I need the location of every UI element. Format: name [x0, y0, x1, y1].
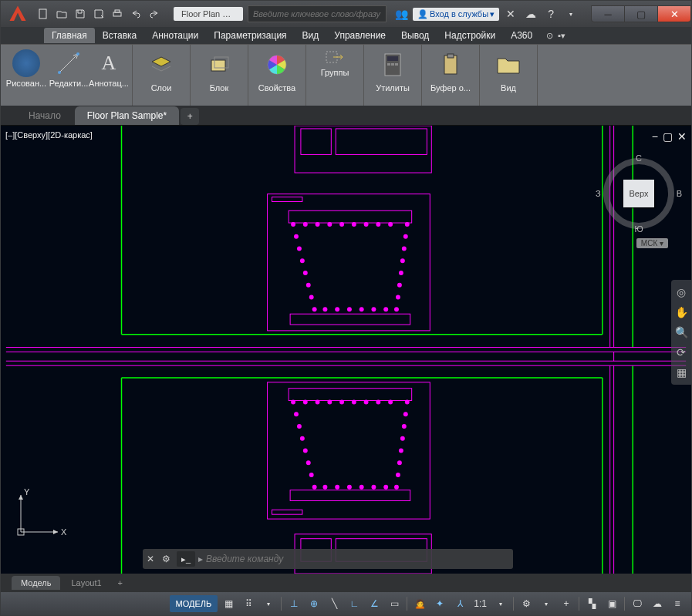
doc-title-dropdown[interactable]: Floor Plan S...▾ — [174, 7, 243, 21]
wheel-icon[interactable]: ◎ — [677, 286, 686, 298]
command-input[interactable] — [206, 554, 513, 564]
layers-button[interactable]: Слои — [139, 46, 184, 104]
print-icon[interactable] — [109, 5, 126, 22]
pan-icon[interactable]: ✋ — [675, 306, 688, 318]
file-tab-start[interactable]: Начало — [16, 106, 73, 125]
layout-tab-new[interactable]: + — [113, 576, 128, 590]
open-icon[interactable] — [53, 5, 70, 22]
otrack-icon[interactable]: ∠ — [365, 595, 383, 612]
expand-icon[interactable]: ▪▾ — [558, 31, 565, 41]
modify-button[interactable]: Редакти... — [49, 46, 89, 94]
help-dropdown-icon[interactable]: ▾ — [562, 5, 579, 22]
clipboard-button[interactable]: Буфер о... — [428, 46, 473, 104]
vp-maximize-icon[interactable]: ▢ — [663, 130, 673, 143]
tab-view[interactable]: Вид — [295, 28, 327, 43]
view-button[interactable]: Вид — [486, 46, 531, 104]
viewcube[interactable]: Верх С Ю З В — [600, 155, 677, 232]
monitor-icon[interactable]: + — [557, 595, 576, 612]
svg-point-68 — [360, 307, 364, 311]
ortho-icon[interactable]: ⊥ — [285, 595, 303, 612]
lineweight-icon[interactable]: ▭ — [385, 595, 403, 612]
help-icon[interactable]: ? — [542, 5, 559, 22]
keyword-search[interactable] — [248, 5, 387, 22]
save-icon[interactable] — [72, 5, 89, 22]
tab-insert[interactable]: Вставка — [95, 28, 145, 43]
layers-icon — [147, 51, 175, 79]
wcs-badge[interactable]: МСК ▾ — [636, 238, 668, 248]
tab-home[interactable]: Главная — [44, 28, 95, 43]
tab-manage[interactable]: Управление — [326, 28, 393, 43]
annoauto-icon[interactable]: ⅄ — [451, 595, 469, 612]
vp-minimize-icon[interactable]: − — [652, 130, 658, 143]
undo-icon[interactable] — [127, 5, 144, 22]
zoom-icon[interactable]: 🔍 — [675, 326, 688, 338]
file-tab-active[interactable]: Floor Plan Sample* — [75, 106, 179, 125]
focus-icon[interactable]: ⊙ — [546, 31, 553, 41]
cloud-icon[interactable]: ☁ — [648, 595, 667, 612]
snap-toggle-icon[interactable]: ⠿ — [239, 595, 258, 612]
polar-icon[interactable]: ⊕ — [305, 595, 323, 612]
groups-button[interactable]: Группы — [312, 46, 357, 104]
isodraft-icon[interactable]: ╲ — [325, 595, 343, 612]
layout-tab-layout1[interactable]: Layout1 — [62, 576, 110, 590]
ucs-icon[interactable]: X Y — [13, 486, 67, 543]
minimize-button[interactable]: ─ — [591, 5, 625, 22]
tab-annotate[interactable]: Аннотации — [144, 28, 206, 43]
cleanscreen-icon[interactable]: 🖵 — [628, 595, 646, 612]
scale-button[interactable]: 1:1 — [471, 595, 490, 612]
exchange-icon[interactable]: ✕ — [502, 5, 519, 22]
tab-parametric[interactable]: Параметризация — [206, 28, 294, 43]
annovisibility-icon[interactable]: ✦ — [430, 595, 449, 612]
close-button[interactable]: ✕ — [657, 5, 691, 22]
workspace-icon[interactable]: ⚙ — [517, 595, 535, 612]
cmdline-prompt-icon[interactable]: ▸_ — [177, 551, 195, 567]
dropdown-icon[interactable]: ▾ — [259, 595, 278, 612]
customize-icon[interactable]: ≡ — [668, 595, 687, 612]
drawing-canvas[interactable]: [–][Сверху][2D-каркас] − ▢ ✕ Верх С Ю З … — [1, 126, 691, 574]
maximize-button[interactable]: ▢ — [624, 5, 658, 22]
tab-addins[interactable]: Надстройки — [437, 28, 503, 43]
annotation-button[interactable]: A Аннотац... — [89, 46, 129, 94]
svg-rect-73 — [290, 490, 410, 501]
draw-button[interactable]: Рисован... — [4, 46, 49, 94]
viewcube-west[interactable]: З — [596, 189, 601, 198]
viewcube-north[interactable]: С — [636, 153, 642, 163]
cmdline-close-icon[interactable]: ✕ — [143, 554, 158, 564]
viewport-label[interactable]: [–][Сверху][2D-каркас] — [5, 130, 93, 140]
app-logo[interactable] — [4, 2, 32, 25]
svg-point-45 — [303, 271, 308, 275]
dropdown-icon[interactable]: ▾ — [491, 595, 510, 612]
utilities-button[interactable]: Утилиты — [370, 46, 415, 104]
viewcube-east[interactable]: В — [677, 189, 682, 198]
keyword-search-input[interactable] — [253, 9, 381, 19]
signin-button[interactable]: 👤Вход в службы▾ — [413, 8, 499, 21]
properties-button[interactable]: Свойства — [255, 46, 299, 104]
orbit-icon[interactable]: ⟳ — [677, 346, 686, 358]
svg-point-62 — [364, 222, 369, 227]
vp-close-icon[interactable]: ✕ — [677, 130, 687, 143]
hardware-icon[interactable]: ▣ — [603, 595, 621, 612]
osnap-icon[interactable]: ∟ — [345, 595, 363, 612]
a360-icon[interactable]: ☁ — [522, 5, 539, 22]
tab-output[interactable]: Вывод — [393, 28, 437, 43]
ribbon-tabs: Главная Вставка Аннотации Параметризация… — [1, 27, 691, 44]
saveas-icon[interactable] — [90, 5, 107, 22]
file-tab-new[interactable]: + — [181, 108, 199, 125]
dropdown-icon[interactable]: ▾ — [537, 595, 555, 612]
isolate-icon[interactable]: ▚ — [582, 595, 601, 612]
cmdline-options-icon[interactable]: ⚙ — [158, 554, 174, 564]
status-model-button[interactable]: МОДЕЛЬ — [170, 595, 218, 612]
showmotion-icon[interactable]: ▦ — [677, 366, 687, 379]
annoscale-icon[interactable]: 🙍 — [410, 595, 429, 612]
svg-point-90 — [394, 485, 399, 490]
redo-icon[interactable] — [146, 5, 163, 22]
viewcube-south[interactable]: Ю — [634, 224, 643, 234]
new-icon[interactable] — [35, 5, 52, 22]
separator — [281, 597, 282, 611]
tab-a360[interactable]: A360 — [503, 28, 540, 43]
layout-tab-model[interactable]: Модель — [12, 576, 60, 590]
grid-toggle-icon[interactable]: ▦ — [219, 595, 238, 612]
command-line[interactable]: ✕ ⚙ ▸_ ▸ — [143, 549, 513, 569]
infocenter-icon[interactable]: 👥 — [393, 5, 410, 22]
block-button[interactable]: Блок — [197, 46, 241, 104]
